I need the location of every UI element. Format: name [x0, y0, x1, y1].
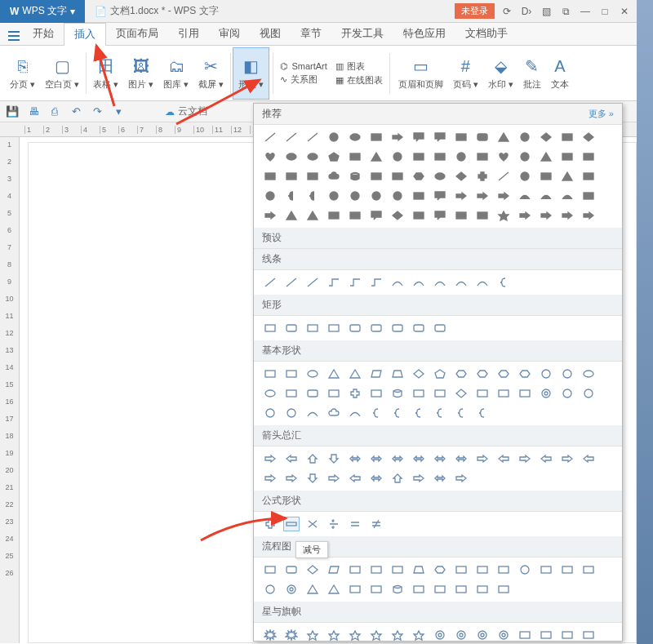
shape-line[interactable] [283, 275, 300, 290]
shape-arrL[interactable] [538, 451, 554, 466]
shape-hex[interactable] [517, 366, 533, 381]
shape-tri[interactable] [559, 169, 575, 184]
shape-rect[interactable] [559, 149, 575, 164]
shape-curve[interactable] [538, 189, 554, 203]
shape-plus[interactable] [474, 169, 491, 184]
shape-trap[interactable] [389, 366, 406, 381]
shape-line[interactable] [262, 130, 278, 144]
shape-donut[interactable] [432, 628, 448, 642]
shape-curve[interactable] [453, 275, 469, 290]
shape-circ[interactable] [517, 149, 533, 164]
shape-brace[interactable] [432, 406, 448, 420]
more-icon[interactable]: ▾ [111, 104, 126, 119]
shape-rect[interactable] [474, 386, 491, 401]
shape-donut[interactable] [474, 628, 491, 642]
shape-star[interactable] [389, 628, 406, 642]
shape-div[interactable] [326, 517, 342, 531]
shape-curve[interactable] [432, 275, 448, 290]
shape-rect[interactable] [432, 149, 448, 164]
shape-donut[interactable] [389, 149, 406, 164]
shape-rect[interactable] [495, 386, 512, 401]
shape-rrect[interactable] [283, 321, 300, 335]
shape-ell[interactable] [432, 169, 448, 184]
shape-star[interactable] [495, 208, 512, 223]
undo-icon[interactable]: ↶ [69, 104, 83, 119]
shape-donut[interactable] [347, 189, 363, 203]
shape-brace[interactable] [389, 406, 406, 420]
shape-brace[interactable] [453, 406, 469, 420]
smartart-button[interactable]: ⌬SmartArt [280, 61, 326, 72]
shape-rect[interactable] [411, 208, 427, 223]
shape-ell[interactable] [580, 366, 597, 381]
shape-heart[interactable] [495, 149, 512, 164]
shape-circ[interactable] [538, 366, 554, 381]
shape-pent[interactable] [326, 149, 342, 164]
shape-star[interactable] [326, 628, 342, 642]
shape-burst[interactable] [262, 628, 278, 642]
shape-rect[interactable] [559, 130, 575, 144]
shape-line[interactable] [304, 130, 321, 144]
shape-circ[interactable] [326, 130, 342, 144]
shape-mult[interactable] [304, 517, 321, 531]
shape-rect[interactable] [559, 628, 575, 642]
shape-rect[interactable] [453, 582, 469, 597]
tab-9[interactable]: 文档助手 [455, 23, 518, 45]
shape-arrLR[interactable] [368, 471, 384, 486]
shape-brace[interactable] [411, 406, 427, 420]
shape-rect[interactable] [368, 130, 384, 144]
shape-star[interactable] [304, 628, 321, 642]
shape-arrL[interactable] [580, 451, 597, 466]
shape-rect[interactable] [389, 169, 406, 184]
tab-5[interactable]: 视图 [250, 23, 291, 45]
shape-rrect[interactable] [347, 321, 363, 335]
shape-rect[interactable] [517, 628, 533, 642]
shape-eq[interactable] [347, 517, 363, 531]
shape-line[interactable] [304, 275, 321, 290]
shape-callout[interactable] [432, 208, 448, 223]
shape-rect[interactable] [411, 386, 427, 401]
shape-rect[interactable] [495, 582, 512, 597]
shape-star[interactable] [411, 628, 427, 642]
ribbon-水印 ▾[interactable]: ⬙水印 ▾ [483, 47, 518, 100]
shape-rect[interactable] [326, 208, 342, 223]
shape-rect[interactable] [262, 169, 278, 184]
shape-callout[interactable] [432, 189, 448, 203]
shape-rect[interactable] [283, 169, 300, 184]
minimize-button[interactable]: — [576, 3, 594, 20]
document-tab[interactable]: 📄 文档1.docx * - WPS 文字 [85, 0, 229, 23]
ribbon-图库 ▾[interactable]: 🗂图库 ▾ [158, 47, 193, 100]
shape-rect[interactable] [347, 562, 363, 577]
shape-rect[interactable] [474, 582, 491, 597]
shape-tri[interactable] [304, 208, 321, 223]
shape-donut[interactable] [453, 628, 469, 642]
shape-rect[interactable] [453, 208, 469, 223]
shape-rect[interactable] [262, 366, 278, 381]
shape-circ[interactable] [517, 130, 533, 144]
shape-star[interactable] [347, 628, 363, 642]
shape-rect[interactable] [347, 149, 363, 164]
shape-arrR[interactable] [538, 208, 554, 223]
tab-3[interactable]: 引用 [168, 23, 209, 45]
shape-arrR[interactable] [474, 451, 491, 466]
shape-arrLR[interactable] [347, 451, 363, 466]
shape-tri[interactable] [326, 582, 342, 597]
shape-hex[interactable] [474, 366, 491, 381]
shape-arrLR[interactable] [432, 471, 448, 486]
shape-ell[interactable] [262, 386, 278, 401]
maximize-button[interactable]: □ [596, 3, 614, 20]
shape-curve[interactable] [411, 275, 427, 290]
shape-rect[interactable] [474, 562, 491, 577]
shape-rrect[interactable] [432, 321, 448, 335]
shape-rect[interactable] [580, 169, 597, 184]
shape-arrR[interactable] [495, 189, 512, 203]
shape-tri[interactable] [347, 366, 363, 381]
shape-tri[interactable] [538, 149, 554, 164]
shape-callout[interactable] [368, 208, 384, 223]
chart-button[interactable]: ▥图表 [335, 60, 383, 73]
shape-hex[interactable] [411, 169, 427, 184]
shape-cloud[interactable] [326, 406, 342, 420]
online-chart-button[interactable]: ▦在线图表 [335, 74, 383, 87]
shape-rect[interactable] [347, 582, 363, 597]
shape-rect[interactable] [368, 386, 384, 401]
shape-rrect[interactable] [389, 321, 406, 335]
